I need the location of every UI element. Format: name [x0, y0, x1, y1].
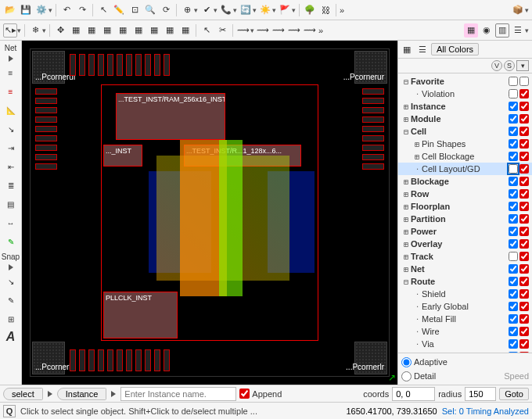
visible-checkbox[interactable]: [509, 177, 518, 186]
coords-input[interactable]: [392, 387, 435, 401]
all-colors-button[interactable]: All Colors: [431, 43, 479, 56]
selectable-checkbox[interactable]: [519, 239, 529, 249]
zoom-fit-icon[interactable]: ⊡: [128, 3, 142, 17]
expand-icon[interactable]: ⊟: [401, 278, 411, 286]
selectable-checkbox[interactable]: [519, 277, 529, 286]
adaptive-radio[interactable]: Adaptive: [401, 357, 448, 367]
place7-icon[interactable]: ▦: [163, 23, 177, 38]
tree-row-net[interactable]: ⊞Net: [398, 263, 532, 275]
expand-icon[interactable]: ⊞: [412, 140, 422, 149]
selectable-checkbox[interactable]: [519, 302, 529, 311]
chevron-down-icon[interactable]: ▾: [525, 27, 529, 34]
visible-checkbox[interactable]: [509, 202, 518, 211]
dim2-icon[interactable]: ⇤: [3, 159, 19, 174]
s-toggle[interactable]: S: [504, 60, 515, 71]
chevron-right-icon[interactable]: [111, 391, 116, 397]
measure-icon[interactable]: ↔: [3, 215, 19, 231]
expand-icon[interactable]: ‧: [412, 165, 422, 174]
visible-checkbox[interactable]: [509, 314, 518, 324]
expand-icon[interactable]: ⊞: [412, 152, 422, 161]
selectable-checkbox[interactable]: [519, 339, 529, 349]
dim-icon[interactable]: ⇥: [3, 140, 19, 156]
cursor-icon[interactable]: ↖: [96, 3, 110, 17]
place4-icon[interactable]: ▦: [116, 23, 130, 38]
marker-icon[interactable]: ✎: [3, 234, 19, 249]
chevron-right-icon[interactable]: [9, 264, 13, 270]
snowflake-icon[interactable]: ❄: [28, 23, 42, 38]
expand-icon[interactable]: ⊟: [401, 77, 411, 86]
tree-icon[interactable]: 🌳: [303, 3, 317, 17]
place2-icon[interactable]: ▦: [84, 23, 99, 38]
selectable-checkbox[interactable]: [519, 189, 529, 199]
chevron-down-icon[interactable]: ▾: [525, 6, 529, 14]
selectable-checkbox[interactable]: [519, 202, 529, 211]
expand-icon[interactable]: ‧: [412, 315, 422, 324]
visible-checkbox[interactable]: [509, 189, 518, 199]
route5-icon[interactable]: ⟿: [303, 23, 317, 38]
zoom-in-icon[interactable]: 🔍: [143, 3, 157, 17]
tree-row-overlay[interactable]: ⊞Overlay: [398, 238, 532, 250]
edit-icon[interactable]: ✏️: [112, 3, 126, 17]
refresh2-icon[interactable]: 🔄: [239, 3, 253, 17]
visible-checkbox[interactable]: [509, 264, 518, 274]
selectable-checkbox[interactable]: [519, 264, 529, 274]
tree-row-via[interactable]: ‧Via: [398, 338, 532, 350]
redo-icon[interactable]: ↷: [75, 3, 89, 17]
route2-icon[interactable]: ⟿: [256, 23, 270, 38]
phone-icon[interactable]: 📞: [219, 3, 233, 17]
expand-icon[interactable]: ⊞: [401, 202, 411, 211]
align-icon[interactable]: ≣: [3, 177, 19, 193]
selectable-checkbox[interactable]: [519, 89, 529, 98]
snap2-icon[interactable]: ✎: [3, 292, 19, 308]
hierarchy-icon[interactable]: ⛓: [318, 3, 332, 17]
tree-row-violation[interactable]: ‧Violation: [398, 88, 532, 100]
visible-checkbox[interactable]: [509, 127, 518, 136]
place8-icon[interactable]: ▦: [178, 23, 192, 38]
route4-icon[interactable]: ⟿: [287, 23, 301, 38]
expand-arrow-icon[interactable]: ↗: [388, 372, 396, 383]
check-icon[interactable]: ✔: [200, 3, 214, 17]
detail-radio[interactable]: Detail: [401, 371, 436, 381]
view4-icon[interactable]: ☰: [511, 23, 525, 38]
expand-icon[interactable]: ‧: [412, 340, 422, 349]
panel-grid-icon[interactable]: ▦: [400, 42, 414, 56]
tree-row-favorite[interactable]: ⊟Favorite: [398, 75, 532, 88]
tree-row-module[interactable]: ⊞Module: [398, 113, 532, 125]
tree-row-cell-layout-gd[interactable]: ‧Cell Layout/GD: [398, 163, 532, 175]
selectable-checkbox[interactable]: [519, 164, 529, 174]
expand-icon[interactable]: ‧: [412, 90, 422, 98]
selectable-checkbox[interactable]: [519, 152, 529, 161]
chevron-down-icon[interactable]: ▾: [42, 27, 46, 34]
visible-checkbox[interactable]: [509, 152, 518, 161]
cursor2-icon[interactable]: ↖: [200, 23, 214, 38]
tree-row-wire[interactable]: ‧Wire: [398, 325, 532, 338]
tree-row-floorplan[interactable]: ⊞Floorplan: [398, 200, 532, 213]
visible-checkbox[interactable]: [509, 252, 518, 261]
append-checkbox[interactable]: Append: [239, 389, 282, 399]
select-mode-button[interactable]: select: [3, 388, 43, 400]
place1-icon[interactable]: ▦: [69, 23, 83, 38]
expand-icon[interactable]: ⊞: [401, 215, 411, 224]
instance-name-input[interactable]: [120, 387, 236, 401]
selectable-checkbox[interactable]: [519, 139, 529, 149]
place3-icon[interactable]: ▦: [100, 23, 114, 38]
visible-checkbox[interactable]: [509, 139, 518, 149]
visibility-tree[interactable]: ⊟Favorite‧Violation⊞Instance⊞Module⊟Cell…: [398, 73, 532, 353]
visible-checkbox[interactable]: [509, 277, 518, 286]
instance-button[interactable]: Instance: [57, 388, 107, 400]
arrow-icon[interactable]: ↘: [3, 121, 19, 137]
chevron-down-icon[interactable]: ▾: [49, 6, 52, 14]
visible-checkbox[interactable]: [509, 289, 518, 299]
tree-row-shield[interactable]: ‧Shield: [398, 288, 532, 300]
expand-icon[interactable]: ‧: [412, 290, 422, 299]
expand-icon[interactable]: ⊞: [401, 252, 411, 261]
selectable-checkbox[interactable]: [519, 114, 529, 124]
expand-icon[interactable]: ⊞: [401, 115, 411, 124]
tree-row-route[interactable]: ⊟Route: [398, 275, 532, 288]
tree-row-early-global[interactable]: ‧Early Global: [398, 300, 532, 313]
tree-row-pin-shapes[interactable]: ⊞Pin Shapes: [398, 138, 532, 150]
chevron-down-icon[interactable]: ▾: [253, 6, 257, 14]
selectable-checkbox[interactable]: [519, 102, 529, 111]
ruler-icon[interactable]: 📐: [3, 102, 19, 118]
chevron-right-icon[interactable]: [48, 391, 52, 397]
